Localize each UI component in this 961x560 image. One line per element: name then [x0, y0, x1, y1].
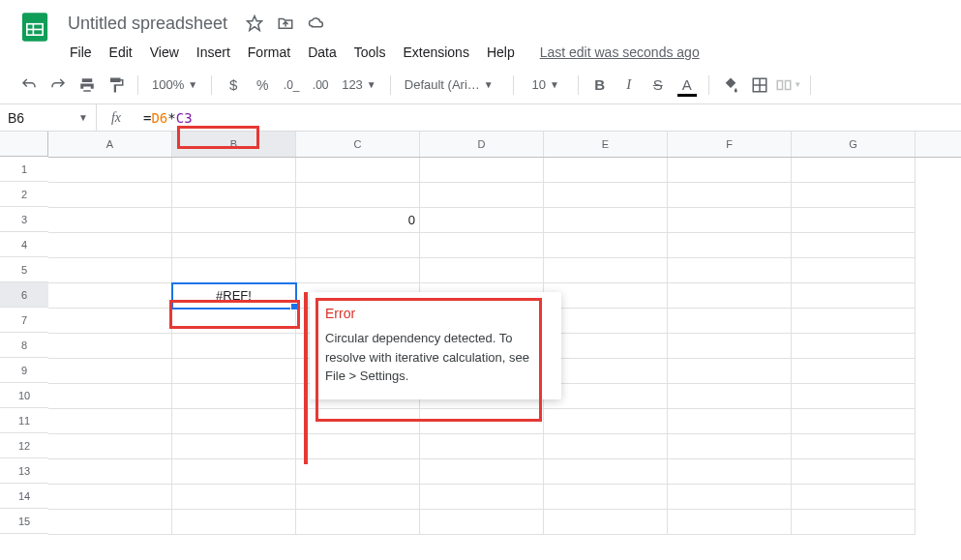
cell-A10[interactable]: [48, 384, 172, 409]
cloud-status-icon[interactable]: [307, 14, 326, 33]
col-header-D[interactable]: D: [420, 132, 544, 157]
cell-E10[interactable]: [544, 384, 668, 409]
menu-format[interactable]: Format: [240, 41, 298, 64]
cell-B5[interactable]: [172, 258, 296, 283]
cell-B3[interactable]: [172, 208, 296, 233]
cell-B11[interactable]: [172, 409, 296, 434]
cell-D3[interactable]: [420, 208, 544, 233]
cell-C11[interactable]: [296, 409, 420, 434]
decrease-decimal-button[interactable]: .0_: [278, 72, 305, 99]
cell-A1[interactable]: [48, 158, 172, 183]
col-header-B[interactable]: B: [172, 132, 296, 157]
cell-A11[interactable]: [48, 409, 172, 434]
cell-G10[interactable]: [792, 384, 916, 409]
cell-E9[interactable]: [544, 359, 668, 384]
menu-data[interactable]: Data: [300, 41, 345, 64]
row-header-15[interactable]: 15: [0, 509, 48, 534]
cell-G14[interactable]: [792, 485, 916, 510]
cell-B15[interactable]: [172, 510, 296, 535]
row-header-12[interactable]: 12: [0, 433, 48, 458]
cell-C1[interactable]: [296, 158, 420, 183]
cell-F10[interactable]: [668, 384, 792, 409]
cell-A8[interactable]: [48, 334, 172, 359]
cell-G2[interactable]: [792, 183, 916, 208]
cell-F12[interactable]: [668, 434, 792, 459]
cell-A15[interactable]: [48, 510, 172, 535]
redo-button[interactable]: [45, 72, 72, 99]
cell-C12[interactable]: [296, 434, 420, 459]
cell-B13[interactable]: [172, 459, 296, 485]
cell-B4[interactable]: [172, 233, 296, 258]
cell-E14[interactable]: [544, 485, 668, 510]
col-header-A[interactable]: A: [48, 132, 172, 157]
cell-A9[interactable]: [48, 359, 172, 384]
cell-F14[interactable]: [668, 485, 792, 510]
menu-view[interactable]: View: [142, 41, 187, 64]
cell-E12[interactable]: [544, 434, 668, 459]
last-edit-link[interactable]: Last edit was seconds ago: [540, 44, 700, 60]
font-dropdown[interactable]: Default (Ari…▼: [399, 72, 505, 99]
percent-button[interactable]: %: [249, 72, 276, 99]
row-header-14[interactable]: 14: [0, 484, 48, 509]
cell-E6[interactable]: [544, 283, 668, 309]
row-header-13[interactable]: 13: [0, 458, 48, 484]
row-header-4[interactable]: 4: [0, 232, 48, 257]
cell-D4[interactable]: [420, 233, 544, 258]
cell-A5[interactable]: [48, 258, 172, 283]
row-header-9[interactable]: 9: [0, 358, 48, 383]
cell-D12[interactable]: [420, 434, 544, 459]
row-header-7[interactable]: 7: [0, 308, 48, 333]
cell-B10[interactable]: [172, 384, 296, 409]
star-icon[interactable]: [245, 14, 264, 33]
cell-F9[interactable]: [668, 359, 792, 384]
menu-extensions[interactable]: Extensions: [395, 41, 476, 64]
cell-B9[interactable]: [172, 359, 296, 384]
row-header-5[interactable]: 5: [0, 257, 48, 282]
cell-B14[interactable]: [172, 485, 296, 510]
cell-G8[interactable]: [792, 334, 916, 359]
cell-F11[interactable]: [668, 409, 792, 434]
move-icon[interactable]: [276, 14, 295, 33]
cell-E7[interactable]: [544, 309, 668, 334]
paint-format-button[interactable]: [103, 72, 130, 99]
cell-E8[interactable]: [544, 334, 668, 359]
cell-F2[interactable]: [668, 183, 792, 208]
cell-F7[interactable]: [668, 309, 792, 334]
cell-F1[interactable]: [668, 158, 792, 183]
cell-D15[interactable]: [420, 510, 544, 535]
row-header-10[interactable]: 10: [0, 383, 48, 408]
col-header-E[interactable]: E: [544, 132, 668, 157]
cell-G13[interactable]: [792, 459, 916, 485]
select-all-corner[interactable]: [0, 132, 48, 157]
col-header-C[interactable]: C: [296, 132, 420, 157]
cell-A12[interactable]: [48, 434, 172, 459]
doc-title[interactable]: Untitled spreadsheet: [62, 12, 233, 36]
cell-G9[interactable]: [792, 359, 916, 384]
cell-G5[interactable]: [792, 258, 916, 283]
cell-A4[interactable]: [48, 233, 172, 258]
borders-button[interactable]: [746, 72, 773, 99]
italic-button[interactable]: I: [616, 72, 643, 99]
more-formats-dropdown[interactable]: 123▼: [336, 72, 382, 99]
cell-G11[interactable]: [792, 409, 916, 434]
cell-A14[interactable]: [48, 485, 172, 510]
text-color-button[interactable]: A: [674, 72, 701, 99]
strikethrough-button[interactable]: S: [645, 72, 672, 99]
cell-D13[interactable]: [420, 459, 544, 485]
cell-G6[interactable]: [792, 283, 916, 309]
cell-F8[interactable]: [668, 334, 792, 359]
cell-B12[interactable]: [172, 434, 296, 459]
cell-C13[interactable]: [296, 459, 420, 485]
menu-file[interactable]: File: [62, 41, 100, 64]
menu-help[interactable]: Help: [479, 41, 523, 64]
menu-insert[interactable]: Insert: [189, 41, 238, 64]
cell-D11[interactable]: [420, 409, 544, 434]
cell-G3[interactable]: [792, 208, 916, 233]
cell-A6[interactable]: [48, 283, 172, 309]
cell-C14[interactable]: [296, 485, 420, 510]
cell-A13[interactable]: [48, 459, 172, 485]
cell-G4[interactable]: [792, 233, 916, 258]
currency-button[interactable]: $: [220, 72, 247, 99]
cell-E11[interactable]: [544, 409, 668, 434]
cell-C5[interactable]: [296, 258, 420, 283]
